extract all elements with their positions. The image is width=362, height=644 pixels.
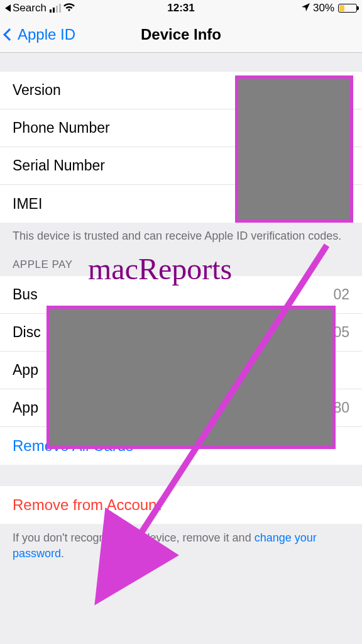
- remove-from-account-button[interactable]: Remove from Account: [0, 486, 362, 524]
- bottom-note: If you don't recognize this device, remo…: [0, 524, 362, 574]
- redaction-box: [235, 75, 353, 223]
- imei-label: IMEI: [13, 196, 42, 213]
- chevron-left-icon: [3, 28, 16, 41]
- bottom-note-pre: If you don't recognize this device, remo…: [13, 531, 255, 544]
- back-to-app-icon[interactable]: [5, 4, 11, 12]
- bottom-note-post: .: [61, 547, 64, 560]
- remove-account-group: Remove from Account: [0, 486, 362, 524]
- group-spacer: [0, 465, 362, 486]
- battery-percent: 30%: [313, 2, 334, 14]
- back-to-app-label[interactable]: Search: [13, 2, 47, 14]
- trust-footer: This device is trusted and can receive A…: [0, 223, 362, 247]
- wifi-icon: [63, 2, 75, 15]
- remove-from-account-label: Remove from Account: [13, 496, 161, 514]
- card-label: App: [13, 362, 38, 379]
- status-bar: Search 12:31 30%: [0, 0, 362, 16]
- card-value: 02: [333, 286, 349, 303]
- status-right: 30%: [301, 2, 357, 14]
- card-label: Disc: [13, 324, 41, 341]
- redaction-box: [47, 306, 336, 449]
- status-left: Search: [5, 2, 75, 15]
- card-label: Bus: [13, 286, 38, 303]
- card-label: App: [13, 399, 38, 416]
- serial-label: Serial Number: [13, 157, 105, 174]
- phone-label: Phone Number: [13, 119, 110, 136]
- version-label: Version: [13, 82, 61, 99]
- back-label: Apple ID: [18, 26, 75, 43]
- back-button[interactable]: Apple ID: [5, 26, 75, 43]
- battery-icon: [338, 4, 357, 13]
- card-value: 80: [333, 399, 349, 416]
- apple-pay-header: APPLE PAY: [0, 247, 362, 276]
- location-icon: [301, 3, 310, 14]
- card-value: 05: [333, 324, 349, 341]
- cellular-signal-icon: [50, 4, 61, 13]
- nav-bar: Apple ID Device Info: [0, 16, 362, 53]
